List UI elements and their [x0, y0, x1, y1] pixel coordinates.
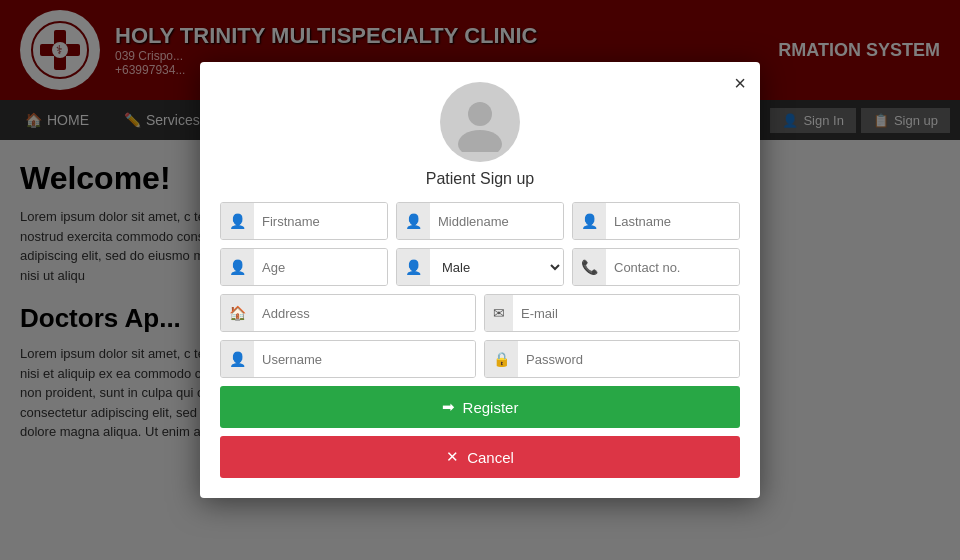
middlename-icon: 👤 [397, 203, 430, 239]
modal-overlay: × Patient Sign up 👤 👤 👤 [0, 0, 960, 560]
password-input[interactable] [518, 341, 739, 377]
email-icon: ✉ [485, 295, 513, 331]
gender-select[interactable]: Male Female [430, 249, 563, 285]
cancel-label: Cancel [467, 449, 514, 466]
middlename-input[interactable] [430, 203, 564, 239]
firstname-input[interactable] [254, 203, 388, 239]
username-input[interactable] [254, 341, 475, 377]
age-group: 👤 [220, 248, 388, 286]
modal-avatar-area [220, 82, 740, 162]
register-icon: ➡ [442, 398, 455, 416]
contact-icon: 📞 [573, 249, 606, 285]
middlename-group: 👤 [396, 202, 564, 240]
address-email-row: 🏠 ✉ [220, 294, 740, 332]
modal-close-button[interactable]: × [734, 72, 746, 95]
address-input[interactable] [254, 295, 475, 331]
firstname-icon: 👤 [221, 203, 254, 239]
age-input[interactable] [254, 249, 388, 285]
contact-input[interactable] [606, 249, 740, 285]
modal-title: Patient Sign up [220, 170, 740, 188]
email-group: ✉ [484, 294, 740, 332]
patient-signup-modal: × Patient Sign up 👤 👤 👤 [200, 62, 760, 498]
address-icon: 🏠 [221, 295, 254, 331]
contact-group: 📞 [572, 248, 740, 286]
gender-group: 👤 Male Female [396, 248, 564, 286]
register-button[interactable]: ➡ Register [220, 386, 740, 428]
svg-point-6 [458, 130, 502, 152]
username-group: 👤 [220, 340, 476, 378]
lastname-input[interactable] [606, 203, 740, 239]
firstname-group: 👤 [220, 202, 388, 240]
username-icon: 👤 [221, 341, 254, 377]
username-password-row: 👤 🔒 [220, 340, 740, 378]
email-input[interactable] [513, 295, 739, 331]
user-avatar [440, 82, 520, 162]
cancel-icon: ✕ [446, 448, 459, 466]
svg-point-5 [468, 102, 492, 126]
cancel-button[interactable]: ✕ Cancel [220, 436, 740, 478]
lock-icon: 🔒 [485, 341, 518, 377]
gender-icon: 👤 [397, 249, 430, 285]
lastname-icon: 👤 [573, 203, 606, 239]
age-icon: 👤 [221, 249, 254, 285]
register-label: Register [463, 399, 519, 416]
lastname-group: 👤 [572, 202, 740, 240]
address-group: 🏠 [220, 294, 476, 332]
age-gender-contact-row: 👤 👤 Male Female 📞 [220, 248, 740, 286]
name-row: 👤 👤 👤 [220, 202, 740, 240]
password-group: 🔒 [484, 340, 740, 378]
